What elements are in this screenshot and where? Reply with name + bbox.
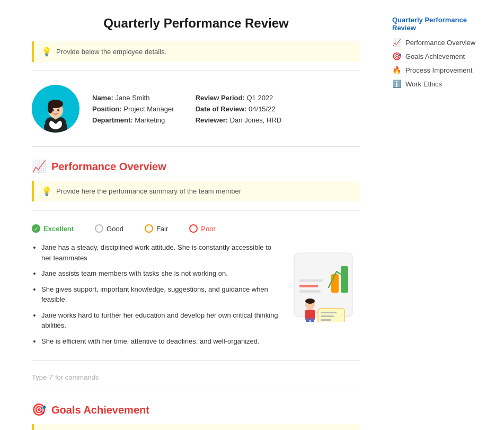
divider-3	[32, 210, 360, 210]
svg-point-6	[48, 103, 53, 113]
performance-section-header: 📈 Performance Overview	[32, 160, 360, 173]
bullet-5: She is efficient with her time, attentiv…	[41, 336, 281, 347]
poor-radio-icon	[189, 224, 198, 233]
good-radio-icon	[95, 224, 103, 233]
employee-hint-box: 💡 Provide below the employee details.	[32, 41, 360, 62]
svg-rect-19	[306, 318, 310, 322]
divider-4	[32, 360, 360, 361]
rating-good[interactable]: Good	[95, 224, 123, 233]
excellent-label: Excellent	[43, 225, 74, 233]
svg-point-7	[52, 109, 54, 111]
performance-body: Jane has a steady, disciplined work atti…	[32, 242, 360, 352]
performance-hint-text: Provide here the performance summary of …	[56, 187, 241, 195]
divider-2	[32, 146, 360, 147]
sidebar-process-icon: 🔥	[392, 66, 401, 74]
goals-icon: 🎯	[32, 403, 46, 417]
goals-hint-box: 💡 Provide here the goal performance of t…	[32, 424, 360, 430]
sidebar-ethics-icon: ℹ️	[392, 80, 401, 88]
employee-hint-text: Provide below the employee details.	[56, 48, 166, 56]
performance-hint-box: 💡 Provide here the performance summary o…	[32, 181, 360, 201]
sidebar-ethics-label: Work Ethics	[405, 80, 442, 88]
svg-rect-15	[299, 290, 321, 293]
svg-rect-20	[311, 318, 314, 322]
avatar	[32, 85, 79, 133]
poor-label: Poor	[201, 225, 215, 233]
sidebar-title: Quarterly Performance Review	[392, 16, 477, 32]
svg-rect-13	[299, 279, 323, 282]
sidebar-item-goals[interactable]: 🎯 Goals Achievement	[392, 52, 477, 60]
performance-icon: 📈	[32, 160, 46, 173]
sidebar-goals-icon: 🎯	[392, 52, 401, 60]
sidebar-performance-label: Performance Overview	[405, 39, 475, 47]
employee-col-left: Name: Jane Smith Position: Project Manag…	[92, 94, 174, 124]
divider-5	[32, 390, 360, 390]
performance-bullets: Jane has a steady, disciplined work atti…	[32, 242, 281, 352]
good-label: Good	[107, 225, 123, 233]
sidebar: Quarterly Performance Review 📈 Performan…	[382, 11, 488, 430]
goals-section-header: 🎯 Goals Achievement	[32, 403, 360, 417]
svg-point-8	[57, 109, 59, 111]
svg-rect-26	[321, 319, 331, 321]
sidebar-performance-icon: 📈	[392, 38, 401, 47]
employee-position: Position: Project Manager	[92, 105, 174, 113]
svg-rect-10	[331, 274, 339, 293]
employee-col-right: Review Period: Q1 2022 Date of Review: 0…	[196, 94, 282, 124]
rating-poor[interactable]: Poor	[189, 224, 215, 233]
date-of-review: Date of Review: 04/15/22	[196, 105, 282, 113]
fair-radio-icon	[145, 224, 153, 233]
sidebar-process-label: Process Improvement	[405, 66, 472, 74]
performance-illustration	[291, 248, 360, 323]
perf-hint-icon: 💡	[41, 186, 52, 196]
excellent-check-icon: ✓	[32, 224, 40, 233]
performance-title: Performance Overview	[51, 161, 166, 173]
type-hint: Type '/' for commands	[32, 369, 360, 381]
svg-rect-25	[321, 315, 334, 317]
divider-1	[32, 71, 360, 71]
reviewer: Reviewer: Dan Jones, HRD	[196, 116, 282, 124]
page-title: Quarterly Performance Review	[32, 16, 360, 31]
svg-rect-24	[321, 312, 337, 313]
sidebar-item-process[interactable]: 🔥 Process Improvement	[392, 66, 477, 74]
fair-label: Fair	[156, 225, 168, 233]
employee-name: Name: Jane Smith	[92, 94, 174, 102]
bullet-2: Jane assists team members with tasks she…	[41, 268, 281, 279]
employee-info: Name: Jane Smith Position: Project Manag…	[92, 94, 360, 124]
review-period: Review Period: Q1 2022	[196, 94, 282, 102]
svg-rect-14	[299, 285, 318, 287]
svg-point-17	[305, 299, 315, 304]
rating-fair[interactable]: Fair	[145, 224, 168, 233]
rating-excellent[interactable]: ✓ Excellent	[32, 224, 74, 233]
rating-row: ✓ Excellent Good Fair Poor	[32, 219, 360, 238]
sidebar-item-ethics[interactable]: ℹ️ Work Ethics	[392, 80, 477, 88]
sidebar-goals-label: Goals Achievement	[405, 52, 465, 60]
sidebar-item-performance[interactable]: 📈 Performance Overview	[392, 38, 477, 47]
bullet-3: She gives support, important knowledge, …	[41, 284, 281, 305]
employee-section: Name: Jane Smith Position: Project Manag…	[32, 80, 360, 138]
svg-rect-11	[341, 266, 348, 293]
hint-icon: 💡	[41, 47, 52, 57]
sidebar-nav: 📈 Performance Overview 🎯 Goals Achieveme…	[392, 38, 477, 88]
employee-department: Department: Marketing	[92, 116, 174, 124]
bullet-4: Jane works hard to further her education…	[41, 310, 281, 331]
bullet-1: Jane has a steady, disciplined work atti…	[41, 242, 281, 263]
goals-title: Goals Achievement	[51, 404, 149, 416]
